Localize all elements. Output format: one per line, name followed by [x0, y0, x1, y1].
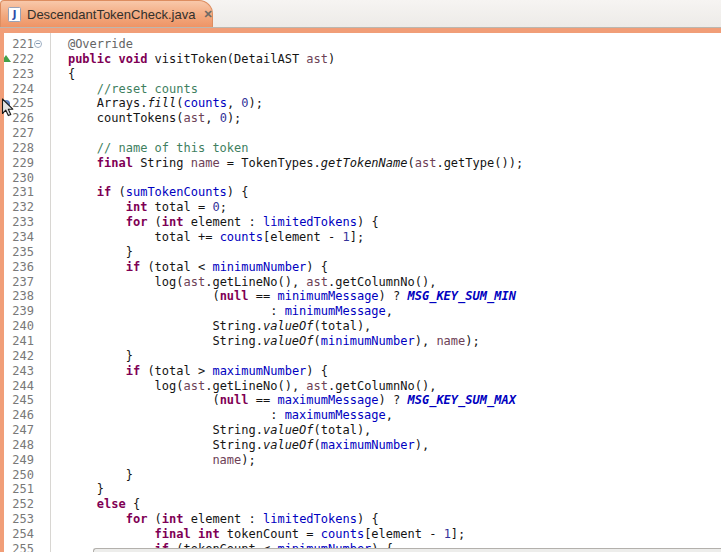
code-token: for	[126, 512, 148, 526]
code-token: (	[176, 96, 183, 110]
code-token: ) {	[357, 215, 379, 229]
code-token: (total >	[140, 364, 212, 378]
code-token: String.	[39, 438, 263, 452]
code-token: (	[111, 185, 125, 199]
code-token: (	[407, 156, 414, 170]
code-token: ast	[306, 275, 328, 289]
code-token: ast	[184, 379, 206, 393]
code-token: null	[220, 393, 249, 407]
code-token: ];	[350, 230, 364, 244]
code-token	[39, 82, 97, 96]
code-token: 1	[444, 527, 451, 541]
code-line: Arrays.fill(counts, 0);	[39, 96, 263, 111]
code-token: ==	[249, 393, 278, 407]
code-token: (	[147, 215, 161, 229]
code-token: .getType());	[436, 156, 523, 170]
code-token: @Override	[68, 37, 133, 51]
line-number: 233	[4, 215, 34, 230]
code-line: for (int element : limitedTokens) {	[39, 512, 379, 527]
code-token: ];	[451, 527, 465, 541]
code-token: .getLineNo(),	[205, 379, 306, 393]
code-token	[39, 52, 68, 66]
code-token: (total <	[140, 260, 212, 274]
code-token: MSG_KEY_SUM_MAX	[408, 393, 516, 407]
code-token: counts	[321, 527, 364, 541]
code-token: maximumMessage	[277, 393, 378, 407]
code-token: String.	[39, 423, 263, 437]
code-token	[39, 37, 68, 51]
code-token: ,	[205, 111, 219, 125]
code-token: :	[39, 408, 285, 422]
code-token: [element -	[263, 230, 342, 244]
code-line: String.valueOf(total),	[39, 319, 371, 334]
code-line: if (sumTokenCounts) {	[39, 185, 249, 200]
line-number: 229	[4, 156, 34, 171]
code-token: (	[147, 512, 161, 526]
code-token: ast	[184, 275, 206, 289]
code-token: // name of this token	[97, 141, 249, 155]
code-token: if	[97, 185, 111, 199]
code-token: ast	[306, 379, 328, 393]
code-token: name	[191, 156, 220, 170]
line-number: 223	[4, 67, 34, 82]
line-number: 228	[4, 141, 34, 156]
code-token: ;	[220, 200, 227, 214]
code-token: countTokens(	[39, 111, 184, 125]
code-token: Arrays.	[39, 96, 147, 110]
java-file-icon: J	[8, 7, 21, 22]
code-token	[39, 141, 97, 155]
code-token: int	[162, 215, 184, 229]
code-token: minimumMessage	[285, 304, 386, 318]
line-number: 239	[4, 304, 34, 319]
line-number: 221	[4, 37, 34, 52]
code-token: ast	[415, 156, 437, 170]
code-token: null	[220, 289, 249, 303]
code-token: 1	[342, 230, 349, 244]
horizontal-scrollbar[interactable]	[93, 548, 721, 552]
code-line: public void visitToken(DetailAST ast)	[39, 52, 335, 67]
line-number: 241	[4, 334, 34, 349]
code-token: }	[39, 245, 133, 259]
code-token: log(	[39, 379, 184, 393]
code-token	[39, 185, 97, 199]
code-token: (	[39, 393, 220, 407]
code-token: element :	[184, 512, 263, 526]
code-token: element :	[184, 215, 263, 229]
code-token: int	[162, 512, 184, 526]
code-token	[39, 512, 126, 526]
line-number: 234	[4, 230, 34, 245]
code-line: (null == minimumMessage) ? MSG_KEY_SUM_M…	[39, 289, 516, 304]
code-token: }	[39, 349, 133, 363]
code-line: String.valueOf(maximumNumber),	[39, 438, 429, 453]
code-line: {	[39, 67, 75, 82]
code-token: ast	[184, 111, 206, 125]
code-token: for	[126, 215, 148, 229]
code-line: if (total < minimumNumber) {	[39, 260, 328, 275]
code-token	[39, 497, 97, 511]
code-token: ==	[249, 289, 278, 303]
code-line: (null == maximumMessage) ? MSG_KEY_SUM_M…	[39, 393, 516, 408]
close-icon[interactable]: ✕	[203, 9, 212, 20]
code-token	[39, 200, 126, 214]
line-number: 235	[4, 245, 34, 260]
code-token: .getColumnNo(),	[328, 275, 436, 289]
tab-descendanttokencheck[interactable]: J DescendantTokenCheck.java ✕	[0, 0, 213, 27]
line-number: 243	[4, 364, 34, 379]
code-token: .getColumnNo(),	[328, 379, 436, 393]
code-token: );	[249, 96, 263, 110]
code-token: (	[314, 438, 321, 452]
code-token: log(	[39, 275, 184, 289]
code-line: String.valueOf(minimumNumber), name);	[39, 334, 480, 349]
code-line: : minimumMessage,	[39, 304, 393, 319]
code-token: :	[39, 304, 285, 318]
code-token: (	[314, 334, 321, 348]
line-number: 232	[4, 200, 34, 215]
line-number: 249	[4, 453, 34, 468]
code-token: total +=	[39, 230, 220, 244]
code-token: total =	[147, 200, 212, 214]
code-token: 0	[241, 96, 248, 110]
code-token: maximumNumber	[321, 438, 415, 452]
code-line: log(ast.getLineNo(), ast.getColumnNo(),	[39, 275, 436, 290]
line-number: 245	[4, 393, 34, 408]
tab-title: DescendantTokenCheck.java	[27, 7, 195, 22]
